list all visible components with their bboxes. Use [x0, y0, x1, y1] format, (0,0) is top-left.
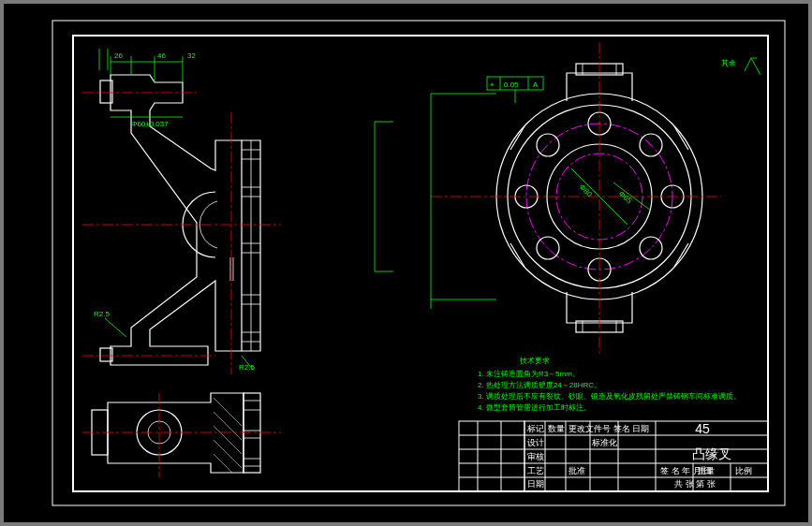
svg-text:0.05: 0.05 — [504, 80, 519, 89]
note-1: 1. 未注铸造圆角为R3～5mm。 — [478, 370, 580, 378]
dim-32: 32 — [187, 51, 196, 60]
dim-phi60: Φ60±0.037 — [131, 120, 169, 128]
svg-text:批准: 批准 — [568, 466, 585, 475]
note-2: 2. 热处理方法调质硬度24～28HRC。 — [478, 381, 601, 389]
svg-text:⌖: ⌖ — [490, 80, 495, 89]
svg-text:比例: 比例 — [735, 466, 752, 475]
note-3: 3. 调质处理后不应有裂纹、砂眼、锻造及氧化皮残留处严禁铸钢车间标准调质。 — [478, 392, 741, 401]
svg-text:更改文件号 签名 日期: 更改文件号 签名 日期 — [568, 424, 649, 433]
dim-r25a: R2.5 — [94, 310, 110, 318]
svg-text:设计: 设计 — [527, 438, 544, 447]
svg-text:工艺: 工艺 — [527, 466, 544, 475]
svg-text:审核: 审核 — [527, 452, 544, 461]
svg-rect-1 — [4, 4, 808, 522]
svg-text:A: A — [533, 80, 539, 89]
dim-46: 46 — [157, 51, 166, 60]
dim-r25b: R2.5 — [239, 363, 255, 372]
svg-text:共  张  第  张: 共 张 第 张 — [674, 479, 716, 489]
dim-26: 26 — [114, 51, 123, 60]
svg-text:数量: 数量 — [548, 424, 565, 433]
svg-text:重量: 重量 — [698, 466, 715, 475]
note-4: 4. 微型套筒管需进行加工时标注。 — [478, 403, 591, 412]
svg-text:标准化: 标准化 — [591, 438, 617, 447]
notes-title: 技术要求 — [519, 357, 550, 365]
part-name: 凸缘叉 — [692, 446, 731, 461]
svg-text:标记: 标记 — [526, 424, 544, 433]
svg-text:其余: 其余 — [721, 59, 736, 67]
svg-text:日期: 日期 — [527, 479, 544, 489]
part-number: 45 — [695, 421, 710, 436]
cad-drawing-canvas: 26 46 32 Φ60±0.037 R2.5 R2.5 — [0, 0, 812, 526]
